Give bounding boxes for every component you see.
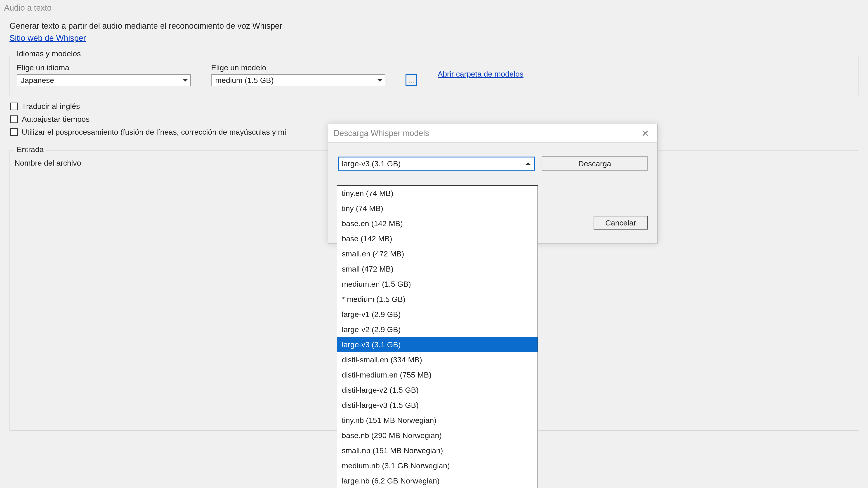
dropdown-option[interactable]: small.nb (151 MB Norwegian): [337, 443, 537, 458]
description-block: Generar texto a partir del audio mediant…: [9, 20, 859, 44]
chevron-down-icon: [183, 79, 188, 82]
dropdown-option[interactable]: distil-small.en (334 MB): [337, 352, 537, 367]
dropdown-option[interactable]: base (142 MB): [337, 231, 537, 246]
dropdown-option[interactable]: distil-large-v3 (1.5 GB): [337, 398, 537, 413]
dropdown-option[interactable]: small (472 MB): [337, 261, 537, 276]
translate-checkbox[interactable]: [10, 103, 18, 110]
model-combo-value: medium (1.5 GB): [215, 76, 274, 85]
dropdown-option[interactable]: base.nb (290 MB Norwegian): [337, 428, 537, 443]
open-models-folder-link[interactable]: Abrir carpeta de modelos: [438, 70, 524, 78]
dropdown-option[interactable]: distil-medium.en (755 MB): [337, 367, 537, 383]
dropdown-option[interactable]: medium.en (1.5 GB): [337, 276, 537, 292]
download-button[interactable]: Descarga: [541, 156, 648, 171]
description-text: Generar texto a partir del audio mediant…: [9, 20, 859, 32]
translate-checkbox-row[interactable]: Traducir al inglés: [10, 102, 859, 111]
dropdown-option[interactable]: base.en (142 MB): [337, 216, 537, 231]
cancel-button[interactable]: Cancelar: [594, 216, 648, 230]
language-combo[interactable]: Japanese: [17, 74, 191, 86]
dropdown-option[interactable]: medium.nb (3.1 GB Norwegian): [337, 458, 537, 473]
download-model-combo[interactable]: large-v3 (3.1 GB): [338, 157, 535, 170]
dropdown-option[interactable]: large.nb (6.2 GB Norwegian): [337, 473, 537, 488]
window-title: Audio a texto: [0, 0, 868, 16]
download-model-combo-value: large-v3 (3.1 GB): [342, 159, 401, 168]
languages-models-group: Idiomas y modelos Elige un idioma Japane…: [9, 55, 859, 95]
chevron-down-icon: [377, 79, 382, 82]
download-select-row: large-v3 (3.1 GB) Descarga: [338, 156, 648, 171]
browse-models-button[interactable]: ...: [405, 74, 417, 86]
model-field: Elige un modelo medium (1.5 GB): [211, 63, 385, 86]
more-button-block: ...: [405, 74, 417, 86]
dropdown-option[interactable]: large-v2 (2.9 GB): [337, 322, 537, 337]
languages-models-group-title: Idiomas y modelos: [14, 49, 84, 58]
chevron-up-icon: [525, 162, 531, 165]
postprocess-checkbox[interactable]: [10, 128, 18, 136]
autoadjust-checkbox-label: Autoajustar tiempos: [22, 115, 90, 124]
dropdown-option[interactable]: large-v3 (3.1 GB): [337, 337, 537, 352]
autoadjust-checkbox[interactable]: [10, 116, 18, 123]
input-group-title: Entrada: [14, 145, 46, 154]
language-field: Elige un idioma Japanese: [17, 63, 191, 86]
dropdown-option[interactable]: small.en (472 MB): [337, 246, 537, 261]
whisper-website-link[interactable]: Sitio web de Whisper: [9, 33, 86, 43]
language-combo-value: Japanese: [21, 76, 54, 85]
language-label: Elige un idioma: [17, 63, 191, 72]
model-combo[interactable]: medium (1.5 GB): [211, 74, 385, 86]
dropdown-option[interactable]: tiny.en (74 MB): [337, 186, 537, 201]
language-model-row: Elige un idioma Japanese Elige un modelo…: [17, 63, 851, 86]
dialog-titlebar: Descarga Whisper models ✕: [328, 124, 657, 143]
download-model-dropdown-list[interactable]: tiny.en (74 MB)tiny (74 MB)base.en (142 …: [337, 185, 538, 488]
close-button[interactable]: ✕: [638, 127, 652, 140]
dropdown-option[interactable]: tiny.nb (151 MB Norwegian): [337, 413, 537, 428]
dropdown-option[interactable]: tiny (74 MB): [337, 201, 537, 216]
model-label: Elige un modelo: [211, 63, 385, 72]
dropdown-option[interactable]: * medium (1.5 GB): [337, 292, 537, 307]
dropdown-option[interactable]: distil-large-v2 (1.5 GB): [337, 383, 537, 398]
dropdown-option[interactable]: large-v1 (2.9 GB): [337, 307, 537, 322]
dialog-title: Descarga Whisper models: [334, 129, 429, 138]
close-icon: ✕: [641, 128, 649, 139]
autoadjust-checkbox-row[interactable]: Autoajustar tiempos: [10, 115, 859, 124]
postprocess-checkbox-label: Utilizar el posprocesamiento (fusión de …: [22, 128, 286, 136]
translate-checkbox-label: Traducir al inglés: [22, 102, 80, 111]
